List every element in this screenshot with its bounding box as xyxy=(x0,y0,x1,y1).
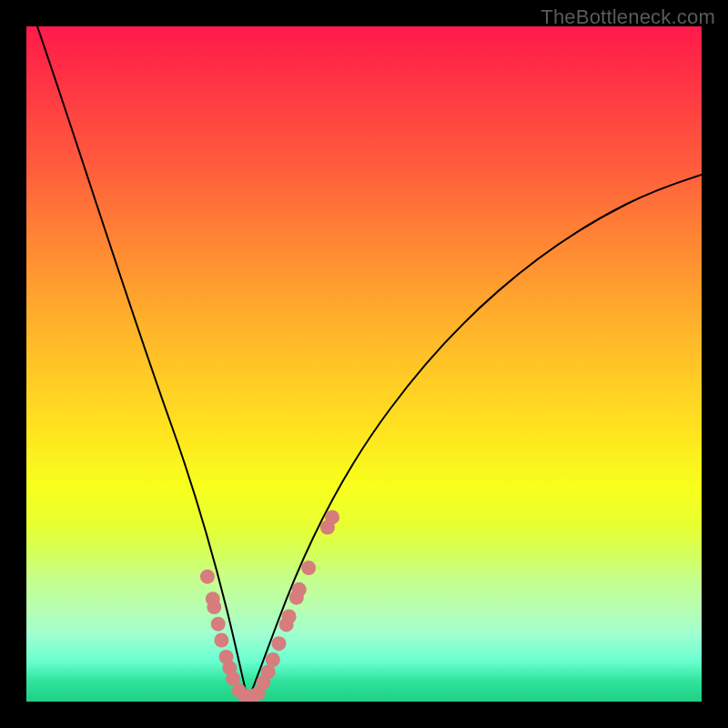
bead-dots-group xyxy=(200,510,339,702)
curve-right-branch xyxy=(248,175,702,702)
bead-dot xyxy=(282,610,297,624)
bead-dot xyxy=(266,652,280,667)
watermark-text: TheBottleneck.com xyxy=(541,5,715,29)
curve-layer xyxy=(26,26,702,702)
bead-dot xyxy=(200,570,215,584)
bead-dot xyxy=(211,617,226,632)
bead-dot xyxy=(292,582,307,597)
bead-dot xyxy=(272,636,287,651)
bead-dot xyxy=(301,561,316,575)
plot-area xyxy=(26,26,702,702)
bead-dot xyxy=(207,600,221,614)
bead-dot xyxy=(214,633,228,648)
chart-outer-frame: TheBottleneck.com xyxy=(0,0,728,728)
bead-dot xyxy=(325,510,339,524)
